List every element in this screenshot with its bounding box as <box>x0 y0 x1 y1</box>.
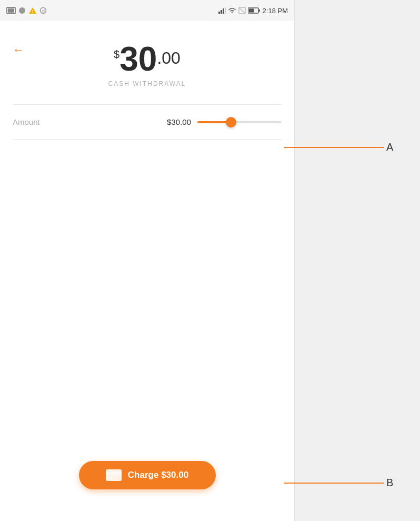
svg-rect-1 <box>8 8 14 13</box>
svg-rect-14 <box>258 9 260 12</box>
svg-rect-10 <box>225 7 226 14</box>
amount-row: Amount $30.00 <box>13 113 282 131</box>
amount-whole: 30 <box>119 42 157 76</box>
svg-point-2 <box>19 7 25 14</box>
amount-slider[interactable] <box>197 121 282 123</box>
annotation-b: B <box>284 477 393 489</box>
charge-button[interactable]: Charge $30.00 <box>79 461 216 489</box>
battery-icon <box>248 7 261 14</box>
annotation-line-b <box>284 483 384 484</box>
svg-rect-9 <box>223 8 224 14</box>
signal-icon <box>218 7 226 14</box>
sim-card-icon <box>6 7 16 14</box>
charge-button-label: Charge $30.00 <box>128 470 188 480</box>
wifi-icon <box>228 7 236 14</box>
divider-top <box>13 104 282 105</box>
amount-display: $ 30 .00 <box>114 42 181 76</box>
card-icon <box>106 469 122 481</box>
transaction-type-label: CASH WITHDRAWAL <box>108 80 186 87</box>
status-bar: ! ↺ <box>0 0 294 21</box>
circle-icon <box>18 7 26 14</box>
amount-value: $30.00 <box>167 117 191 126</box>
annotation-label-b: B <box>386 477 393 489</box>
warning-icon: ! <box>28 7 37 14</box>
svg-text:!: ! <box>32 9 34 14</box>
svg-text:↺: ↺ <box>42 9 45 14</box>
status-bar-left-icons: ! ↺ <box>6 7 47 14</box>
currency-symbol: $ <box>114 48 119 61</box>
charge-button-container: Charge $30.00 <box>79 461 216 489</box>
svg-rect-8 <box>221 10 222 14</box>
svg-rect-7 <box>218 12 220 14</box>
svg-rect-15 <box>248 9 254 13</box>
back-button[interactable]: ← <box>13 43 24 57</box>
svg-line-12 <box>239 8 245 13</box>
status-bar-right: 2:18 PM <box>218 7 288 15</box>
svg-rect-18 <box>107 477 112 479</box>
annotation-line-a <box>284 147 384 148</box>
annotation-label-a: A <box>386 141 393 153</box>
sim-off-icon <box>238 7 246 14</box>
amount-cents: .00 <box>157 48 180 68</box>
amount-label: Amount <box>13 117 40 126</box>
divider-bottom <box>13 139 282 140</box>
phone-frame: ! ↺ <box>0 0 295 521</box>
slider-thumb[interactable] <box>226 117 236 127</box>
annotation-a: A <box>284 141 393 153</box>
app-content: ← $ 30 .00 CASH WITHDRAWAL Amount $30.00 <box>0 21 294 159</box>
status-time: 2:18 PM <box>263 7 288 15</box>
sync-icon: ↺ <box>39 7 47 14</box>
svg-rect-17 <box>106 472 122 475</box>
header-area: ← $ 30 .00 CASH WITHDRAWAL <box>13 32 282 96</box>
